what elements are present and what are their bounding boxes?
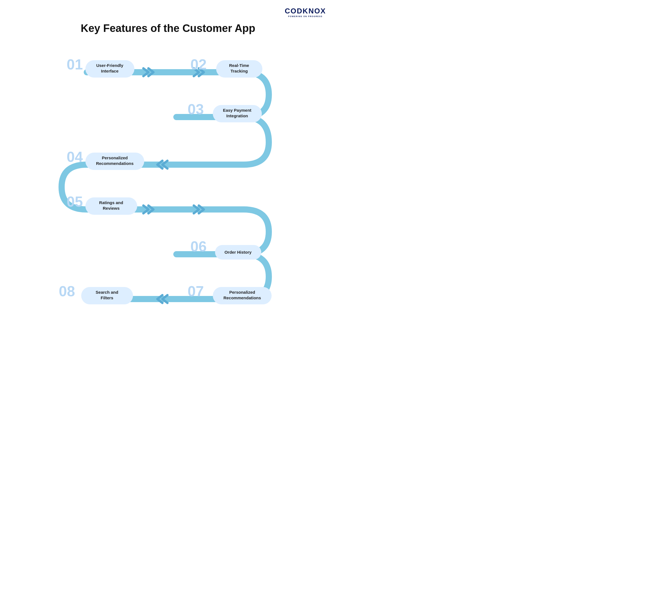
logo: CODKNOX POWERING ON PROGRESS (285, 7, 326, 17)
label-02-line2: Tracking (230, 69, 248, 73)
label-06: Order History (225, 250, 252, 255)
step-num-05: 05 (67, 193, 83, 210)
logo-text: CODKNOX (285, 7, 326, 15)
label-01-line2: Interface (101, 69, 119, 73)
label-07-line1: Personalized (229, 290, 255, 295)
label-08-line1: Search and (96, 290, 118, 295)
step-num-03: 03 (188, 101, 204, 117)
roadmap-svg: 01 User-Friendly Interface 02 Real-Time … (42, 48, 294, 314)
logo-subtitle: POWERING ON PROGRESS (288, 15, 323, 17)
label-08-line2: Filters (101, 295, 113, 300)
label-04-line2: Recommendations (96, 161, 134, 166)
step-num-02: 02 (190, 56, 207, 73)
label-04-line1: Personalized (102, 155, 128, 160)
step-num-07: 07 (188, 283, 204, 299)
label-03-line1: Easy Payment (223, 108, 251, 113)
step-num-06: 06 (190, 238, 207, 255)
label-05-line2: Reviews (103, 206, 120, 211)
label-07-line2: Recommendations (223, 295, 261, 300)
step-num-01: 01 (67, 56, 83, 73)
label-03-line2: Integration (226, 113, 248, 118)
label-01-line1: User-Friendly (96, 63, 123, 68)
label-05-line1: Ratings and (99, 200, 123, 205)
step-num-08: 08 (59, 283, 75, 299)
label-02-line1: Real-Time (229, 63, 249, 68)
step-num-04: 04 (67, 149, 83, 165)
